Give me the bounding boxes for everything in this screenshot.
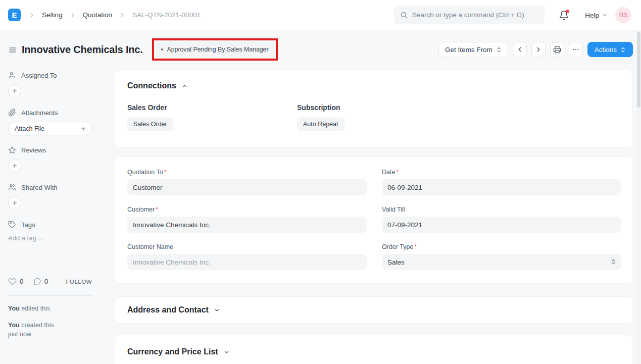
actions-label: Actions	[595, 46, 617, 54]
chevron-down-icon	[602, 12, 608, 18]
assigned-to-section: Assigned To	[8, 71, 57, 79]
plus-icon	[12, 200, 18, 206]
previous-document-button[interactable]	[513, 42, 527, 57]
heart-icon[interactable]	[8, 277, 17, 286]
form-column-left: Quotation To* Customer Customer* Innovat…	[127, 169, 367, 281]
connections-toggle[interactable]: Connections	[127, 81, 188, 90]
follow-button[interactable]: FOLLOW	[66, 279, 92, 285]
menu-button[interactable]	[569, 42, 583, 57]
add-share-button[interactable]	[8, 196, 21, 210]
chevron-right-icon	[69, 12, 76, 19]
breadcrumb-quotation[interactable]: Quotation	[83, 11, 113, 19]
users-icon	[8, 183, 16, 191]
breadcrumb-selling[interactable]: Selling	[42, 11, 63, 19]
date-input[interactable]: 06-09-2021	[382, 179, 621, 195]
ellipsis-icon	[572, 45, 580, 54]
page-title: Innovative Chemicals Inc.	[22, 44, 143, 56]
global-search	[394, 6, 545, 24]
scrollbar-thumb[interactable]	[637, 32, 640, 108]
get-items-from-label: Get Items From	[445, 46, 492, 54]
add-review-button[interactable]	[8, 159, 21, 172]
connection-link-auto-repeat[interactable]: Auto Repeat	[297, 118, 344, 131]
avatar-initials: BS	[619, 12, 628, 19]
app-logo[interactable]: E	[8, 9, 21, 21]
comment-icon[interactable]	[33, 277, 41, 286]
activity-edited: You edited this	[8, 304, 50, 313]
search-input[interactable]	[412, 11, 538, 19]
currency-price-list-toggle: Currency and Price List	[127, 347, 230, 356]
connection-group-sales-order: Sales Order Sales Order	[127, 103, 173, 131]
page-actions: Get Items From	[438, 42, 633, 57]
notifications-bell-icon[interactable]	[559, 10, 569, 21]
chevron-left-icon	[516, 46, 523, 53]
order-type-select[interactable]: Sales	[382, 254, 621, 270]
customer-name-input: Innovative Chemicals Inc.	[127, 254, 367, 270]
label-text: Quotation To	[127, 169, 163, 176]
page-scrollbar	[636, 30, 641, 364]
breadcrumb-document-id[interactable]: SAL-QTN-2021-00001	[132, 11, 201, 19]
required-asterisk: *	[414, 243, 417, 250]
page-head: Innovative Chemicals Inc. Approval Pendi…	[0, 30, 641, 69]
status-badge: Approval Pending By Sales Manager	[156, 42, 274, 57]
attach-file-label: Attach File	[15, 125, 44, 132]
add-assignment-button[interactable]	[8, 84, 21, 97]
form-column-right: Date* 06-09-2021 Valid Till 07-09-2021 O…	[382, 169, 621, 281]
shared-with-label: Shared With	[21, 184, 58, 191]
next-document-button[interactable]	[531, 42, 546, 57]
select-chevrons-icon	[496, 46, 502, 53]
field-label: Customer*	[127, 206, 367, 213]
chevron-right-icon	[119, 12, 126, 19]
form-body: Connections Sales Order Sales Order Subs…	[115, 70, 633, 364]
quotation-to-field: Quotation To* Customer	[127, 169, 367, 195]
red-annotation-box: Approval Pending By Sales Manager	[152, 38, 278, 61]
add-tag-input[interactable]: Add a tag ...	[8, 234, 43, 242]
quotation-page: E Selling Quotation SAL-QTN-2021-00001	[0, 0, 641, 364]
activity-action: created this	[20, 322, 54, 329]
label-text: Customer	[127, 206, 155, 213]
shared-with-section: Shared With	[8, 183, 58, 191]
valid-till-field: Valid Till 07-09-2021	[382, 206, 621, 233]
breadcrumb: Selling Quotation SAL-QTN-2021-00001	[28, 11, 201, 19]
customer-field: Customer* Innovative Chemicals Inc.	[127, 206, 367, 233]
attach-file-button[interactable]: Attach File	[8, 122, 92, 135]
chevron-up-icon	[181, 83, 188, 89]
customer-name-field: Customer Name Innovative Chemicals Inc.	[127, 243, 367, 270]
user-avatar[interactable]: BS	[615, 7, 631, 23]
plus-icon	[12, 163, 18, 169]
chevron-right-icon	[28, 12, 35, 19]
get-items-from-button[interactable]: Get Items From	[438, 42, 508, 57]
document-social-row: 0 · 0 FOLLOW	[8, 277, 92, 286]
print-button[interactable]	[550, 42, 564, 57]
currency-price-list-section[interactable]: Currency and Price List	[115, 335, 633, 364]
sidebar-divider	[8, 295, 92, 296]
order-type-field: Order Type* Sales	[382, 243, 621, 270]
activity-time: just now	[8, 331, 31, 338]
separator: ·	[27, 278, 29, 285]
field-label: Order Type*	[382, 243, 621, 250]
activity-user: You	[8, 305, 20, 312]
customer-input[interactable]: Innovative Chemicals Inc.	[127, 217, 367, 233]
actions-button[interactable]: Actions	[587, 42, 633, 57]
required-asterisk: *	[396, 169, 399, 176]
search-icon	[400, 11, 408, 19]
field-label: Date*	[382, 169, 621, 176]
field-label: Valid Till	[382, 206, 621, 213]
connection-group-subscription: Subscription Auto Repeat	[297, 103, 344, 131]
form-sidebar: Assigned To Attachments Attach File Revi…	[8, 69, 92, 359]
quotation-to-input[interactable]: Customer	[127, 179, 367, 195]
plus-icon	[12, 88, 18, 94]
sidebar-toggle-icon[interactable]	[8, 46, 17, 54]
paperclip-icon	[8, 109, 16, 117]
status-text: Approval Pending By Sales Manager	[167, 46, 269, 53]
connection-link-sales-order[interactable]: Sales Order	[127, 118, 173, 131]
attachments-label: Attachments	[21, 109, 58, 117]
address-contact-section[interactable]: Address and Contact	[115, 296, 633, 324]
connection-group-label: Subscription	[297, 103, 344, 112]
connections-section: Connections Sales Order Sales Order Subs…	[115, 70, 633, 148]
valid-till-input[interactable]: 07-09-2021	[382, 217, 621, 233]
select-chevrons-icon	[611, 258, 616, 266]
chevron-down-icon	[214, 307, 220, 314]
printer-icon	[553, 45, 561, 54]
activity-created: You created this just now	[8, 321, 54, 339]
help-menu[interactable]: Help	[585, 12, 608, 19]
